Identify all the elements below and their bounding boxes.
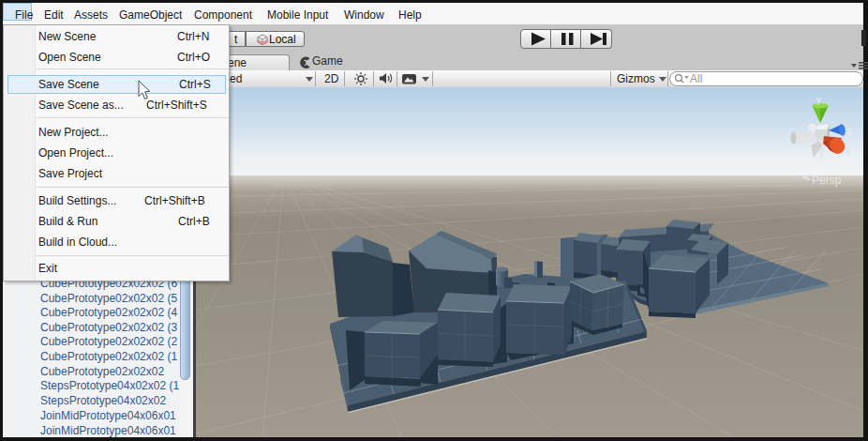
svg-text:z: z — [847, 126, 852, 136]
svg-text:Persp: Persp — [812, 174, 842, 187]
svg-text:x: x — [846, 145, 850, 156]
svg-text:y: y — [816, 95, 821, 105]
